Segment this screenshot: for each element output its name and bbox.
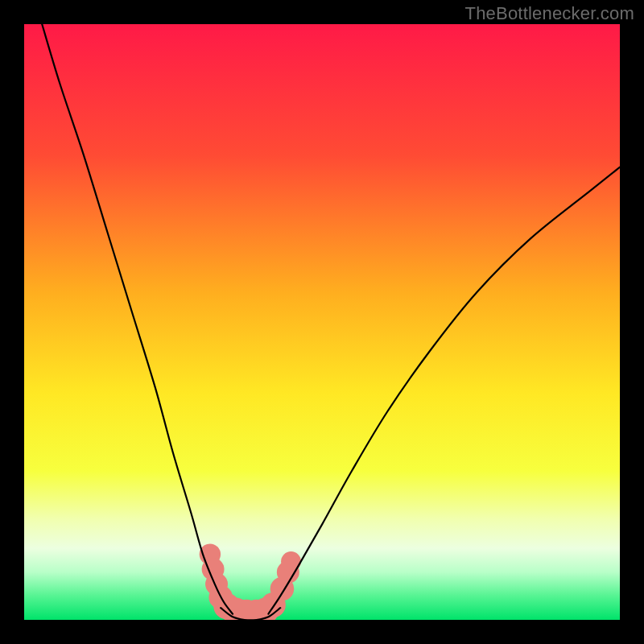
plot-area (24, 24, 620, 620)
curve-left-branch (42, 24, 233, 614)
curve-right-branch (268, 167, 620, 614)
outer-frame: TheBottlenecker.com (0, 0, 644, 644)
curve-layer (24, 24, 620, 620)
marker-point (281, 551, 301, 572)
watermark-text: TheBottlenecker.com (465, 3, 634, 24)
